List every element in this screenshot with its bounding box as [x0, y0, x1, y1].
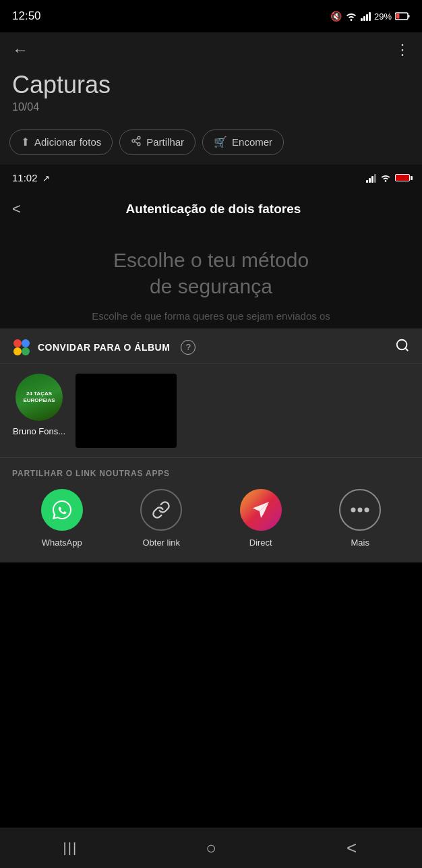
- inner-screen: 11:02 ↗ < Autenticação de dois fatores E…: [0, 165, 422, 328]
- more-apps-icon: [339, 489, 381, 531]
- svg-rect-2: [409, 15, 410, 18]
- share-panel-left: CONVIDAR PARA O ÁLBUM ?: [12, 338, 195, 357]
- share-icon: [131, 136, 142, 149]
- svg-point-16: [365, 507, 369, 512]
- whatsapp-share-item[interactable]: WhatsApp: [28, 489, 96, 548]
- copy-link-item[interactable]: Obter link: [127, 489, 195, 548]
- svg-point-12: [397, 339, 407, 349]
- contact-avatar-image: 24 TAÇASEUROPEIAS: [16, 374, 63, 421]
- gallery-header: ← ⋮: [0, 32, 422, 65]
- share-panel: CONVIDAR PARA O ÁLBUM ? 24 TAÇASEUROPEIA…: [0, 328, 422, 562]
- add-photos-button[interactable]: ⬆ Adicionar fotos: [9, 129, 113, 155]
- inner-header-title: Autenticação de dois fatores: [32, 202, 410, 216]
- gallery-date: 10/04: [12, 101, 410, 113]
- status-bar: 12:50 🔇 29%: [0, 0, 422, 32]
- recent-apps-icon: |||: [63, 840, 78, 856]
- nav-back-button[interactable]: <: [281, 828, 422, 868]
- svg-rect-1: [396, 14, 400, 19]
- battery-icon: [395, 12, 410, 20]
- share-link-section: PARTILHAR O LINK NOUTRAS APPS WhatsApp: [0, 458, 422, 562]
- svg-line-7: [135, 138, 138, 140]
- inner-wifi-icon: [380, 173, 391, 182]
- svg-line-6: [135, 142, 138, 144]
- status-icons-right: 🔇 29%: [330, 11, 410, 22]
- share-label: Partilhar: [146, 136, 184, 148]
- whatsapp-label: WhatsApp: [42, 538, 82, 548]
- inner-content: Escolhe o teu métodode segurança Escolhe…: [0, 227, 422, 328]
- inner-subtitle: Escolhe de que forma queres que sejam en…: [16, 310, 406, 322]
- instagram-icon: [240, 489, 282, 531]
- battery-level: 29%: [374, 11, 392, 22]
- nav-bar: ||| ○ <: [0, 828, 422, 868]
- contact-item[interactable]: 24 TAÇASEUROPEIAS Bruno Fons...: [12, 374, 66, 448]
- inner-app-header: < Autenticação de dois fatores: [0, 192, 422, 227]
- nav-home-button[interactable]: ○: [141, 828, 282, 868]
- gallery-title-area: Capturas 10/04: [0, 65, 422, 123]
- order-label: Encomer: [232, 136, 272, 148]
- back-button[interactable]: ←: [12, 40, 28, 59]
- inner-status-icons: [366, 173, 410, 183]
- copy-link-icon: [140, 489, 182, 531]
- inner-back-button: <: [12, 200, 21, 218]
- add-photos-icon: ⬆: [21, 136, 30, 148]
- share-button[interactable]: Partilhar: [119, 129, 195, 155]
- contacts-row: 24 TAÇASEUROPEIAS Bruno Fons...: [0, 364, 422, 457]
- gallery-title: Capturas: [12, 71, 410, 98]
- more-apps-label: Mais: [351, 538, 369, 548]
- svg-point-15: [358, 507, 363, 512]
- mute-icon: 🔇: [330, 11, 342, 22]
- order-button[interactable]: 🛒 Encomer: [202, 129, 284, 155]
- inner-signal-icon: [366, 173, 376, 183]
- add-photos-label: Adicionar fotos: [34, 136, 101, 148]
- share-panel-header: CONVIDAR PARA O ÁLBUM ?: [0, 328, 422, 364]
- wifi-icon: [345, 11, 357, 21]
- svg-point-9: [22, 339, 30, 347]
- more-apps-item[interactable]: Mais: [326, 489, 394, 548]
- copy-link-label: Obter link: [142, 538, 180, 548]
- svg-point-8: [13, 339, 22, 347]
- contact-name: Bruno Fons...: [13, 426, 65, 436]
- share-apps-row: WhatsApp Obter link: [12, 489, 410, 557]
- status-time: 12:50: [12, 9, 41, 23]
- svg-point-11: [22, 347, 30, 355]
- inner-status-bar: 11:02 ↗: [0, 165, 422, 192]
- whatsapp-icon: [41, 489, 83, 531]
- share-link-label: PARTILHAR O LINK NOUTRAS APPS: [12, 469, 410, 478]
- contact-avatar: 24 TAÇASEUROPEIAS: [16, 374, 63, 421]
- image-placeholder: [76, 374, 177, 448]
- help-button[interactable]: ?: [181, 340, 195, 355]
- svg-point-3: [138, 136, 140, 139]
- inner-time: 11:02 ↗: [12, 172, 50, 183]
- svg-point-4: [132, 140, 135, 142]
- inner-battery-icon: [395, 174, 410, 181]
- svg-point-14: [351, 507, 356, 512]
- svg-point-5: [138, 142, 140, 145]
- more-options-button[interactable]: ⋮: [395, 41, 410, 59]
- share-panel-title: CONVIDAR PARA O ÁLBUM: [38, 342, 170, 353]
- instagram-direct-item[interactable]: Direct: [227, 489, 295, 548]
- svg-line-13: [405, 348, 408, 351]
- nav-recent-apps-button[interactable]: |||: [0, 828, 141, 868]
- order-icon: 🛒: [214, 136, 227, 148]
- svg-point-10: [13, 347, 22, 355]
- inner-main-title: Escolhe o teu métodode segurança: [16, 247, 406, 299]
- signal-icon: [361, 11, 371, 21]
- action-buttons-row: ⬆ Adicionar fotos Partilhar 🛒 Encomer: [0, 123, 422, 165]
- google-photos-icon: [12, 338, 31, 357]
- instagram-direct-label: Direct: [249, 538, 272, 548]
- home-icon: ○: [206, 838, 216, 859]
- back-icon: <: [346, 838, 357, 859]
- search-button[interactable]: [395, 338, 410, 357]
